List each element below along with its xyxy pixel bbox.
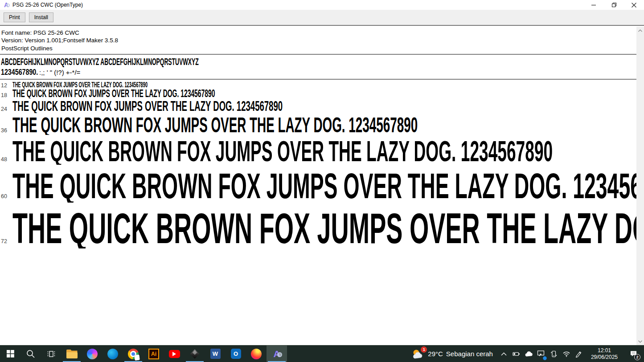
size-preview-rows: 12 THE QUICK BROWN FOX JUMPS OVER THE LA… — [0, 80, 636, 248]
task-view-icon — [47, 350, 56, 358]
battery-status[interactable] — [511, 347, 522, 361]
tray-expand-button[interactable] — [499, 347, 509, 361]
cast-badge-dot — [543, 356, 547, 360]
youtube-icon — [169, 350, 180, 358]
weather-badge: 1 — [421, 346, 427, 353]
clock-date: 29/06/2025 — [591, 354, 618, 361]
chevron-down-icon — [638, 340, 642, 343]
font-version-line: Version: Version 1.001;Fontself Maker 3.… — [1, 37, 636, 44]
size-label: 24 — [0, 106, 12, 112]
title-bar: A PSG 25-26 CWC (OpenType) — [0, 0, 644, 10]
preview-row-36: 36 THE QUICK BROWN FOX JUMPS OVER THE LA… — [0, 115, 636, 135]
size-label: 18 — [0, 92, 12, 98]
chrome-icon — [128, 349, 139, 359]
size-label: 60 — [0, 193, 12, 199]
close-button[interactable] — [624, 0, 644, 10]
taskbar-app-outlook[interactable]: O — [226, 346, 246, 362]
minimize-button[interactable] — [584, 0, 604, 10]
taskbar-app-inkscape[interactable] — [185, 346, 205, 362]
window-title: PSG 25-26 CWC (OpenType) — [12, 2, 83, 8]
numerals-punctuation: :,; ' " (!?) +-*/= — [39, 69, 80, 76]
weather-widget[interactable]: 1 29°C Sebagian cerah — [409, 348, 496, 360]
chrome-overlay-note — [134, 354, 140, 360]
font-viewer-icon: A — [271, 349, 282, 359]
search-icon — [26, 350, 35, 358]
alphabet-sample-line: ABCDEFGHIJKLMNOPQRSTUVWXYZ ABCDEFGHIJKLM… — [1, 57, 636, 67]
taskbar-app-edge[interactable] — [103, 346, 123, 362]
wifi-icon — [562, 350, 570, 357]
pen-icon — [575, 350, 582, 358]
pangram-sample: THE QUICK BROWN FOX JUMPS OVER THE LAZY … — [12, 99, 283, 113]
numerals-sample-line: 1234567890. :,; ' " (!?) +-*/= — [1, 67, 636, 77]
task-view-button[interactable] — [41, 346, 62, 362]
taskbar-app-font-viewer[interactable]: A — [267, 346, 287, 362]
section-divider — [0, 54, 636, 55]
phone-link-status[interactable] — [549, 347, 559, 361]
size-label: 36 — [0, 127, 12, 134]
notification-count-badge: 2 — [634, 354, 640, 360]
preview-row-18: 18 THE QUICK BROWN FOX JUMPS OVER THE LA… — [0, 89, 636, 99]
outlook-icon: O — [231, 349, 241, 359]
taskbar-clock[interactable]: 12:01 29/06/2025 — [587, 347, 621, 361]
pangram-sample: THE QUICK BROWN FOX JUMPS OVER THE LAZY … — [12, 169, 636, 203]
install-button[interactable]: Install — [29, 12, 53, 22]
pangram-sample: THE QUICK BROWN FOX JUMPS OVER THE LAZY … — [12, 208, 636, 248]
firefox-icon — [251, 349, 262, 359]
preview-row-24: 24 THE QUICK BROWN FOX JUMPS OVER THE LA… — [0, 99, 636, 113]
size-label: 48 — [0, 156, 12, 163]
clock-time: 12:01 — [591, 347, 618, 354]
restore-icon — [611, 2, 617, 8]
minimize-icon — [591, 3, 596, 8]
pangram-sample: THE QUICK BROWN FOX JUMPS OVER THE LAZY … — [12, 89, 215, 99]
word-icon: W — [210, 349, 221, 359]
system-tray — [499, 347, 584, 361]
weather-temp: 29°C — [428, 350, 443, 358]
weather-condition: Sebagian cerah — [446, 350, 493, 358]
chevron-up-icon — [501, 352, 507, 356]
cast-display-status[interactable] — [536, 347, 547, 361]
font-viewer-app-icon: A — [3, 1, 10, 8]
wifi-status[interactable] — [561, 347, 572, 361]
print-button[interactable]: Print — [4, 12, 25, 22]
taskbar-search-button[interactable] — [21, 346, 41, 362]
preview-row-12: 12 THE QUICK BROWN FOX JUMPS OVER THE LA… — [0, 81, 636, 89]
phone-icon — [550, 350, 558, 358]
edge-icon — [107, 349, 118, 359]
taskbar-app-youtube[interactable] — [164, 346, 185, 362]
scroll-down-arrow[interactable] — [636, 338, 644, 345]
windows-ink-status[interactable] — [574, 347, 584, 361]
chevron-up-icon — [638, 29, 642, 32]
restore-button[interactable] — [604, 0, 624, 10]
toolbar: Print Install — [0, 10, 644, 26]
preview-row-72: 72 THE QUICK BROWN FOX JUMPS OVER THE LA… — [0, 208, 636, 248]
preview-row-60: 60 THE QUICK BROWN FOX JUMPS OVER THE LA… — [0, 169, 636, 203]
file-explorer-icon — [66, 350, 78, 358]
pangram-sample: THE QUICK BROWN FOX JUMPS OVER THE LAZY … — [12, 115, 418, 135]
start-button[interactable] — [0, 346, 21, 362]
font-outline-line: PostScript Outlines — [1, 45, 636, 52]
illustrator-icon: Ai — [148, 349, 159, 359]
taskbar-app-illustrator[interactable]: Ai — [144, 346, 164, 362]
notification-center-button[interactable]: 2 — [624, 346, 642, 362]
font-name-line: Font name: PSG 25-26 CWC — [1, 29, 636, 37]
windows-logo-icon — [7, 350, 14, 358]
taskbar-app-firefox[interactable] — [246, 346, 267, 362]
size-label: 12 — [0, 82, 12, 89]
cloud-icon — [525, 351, 533, 357]
taskbar-app-chrome[interactable] — [123, 346, 144, 362]
copilot-icon — [87, 349, 98, 359]
taskbar-app-word[interactable]: W — [205, 346, 226, 362]
taskbar: Ai W O A — [0, 345, 644, 362]
battery-icon — [513, 350, 520, 358]
preview-row-48: 48 THE QUICK BROWN FOX JUMPS OVER THE LA… — [0, 138, 636, 165]
vertical-scrollbar[interactable] — [636, 27, 644, 345]
numerals-bold: 1234567890. — [1, 67, 38, 77]
font-preview-pane: Font name: PSG 25-26 CWC Version: Versio… — [0, 27, 644, 345]
weather-icon: 1 — [411, 348, 425, 360]
inkscape-icon — [189, 349, 200, 359]
size-label: 72 — [0, 238, 12, 244]
scroll-up-arrow[interactable] — [636, 27, 644, 34]
onedrive-status[interactable] — [524, 347, 534, 361]
taskbar-app-file-explorer[interactable] — [62, 346, 82, 362]
taskbar-app-copilot[interactable] — [82, 346, 103, 362]
